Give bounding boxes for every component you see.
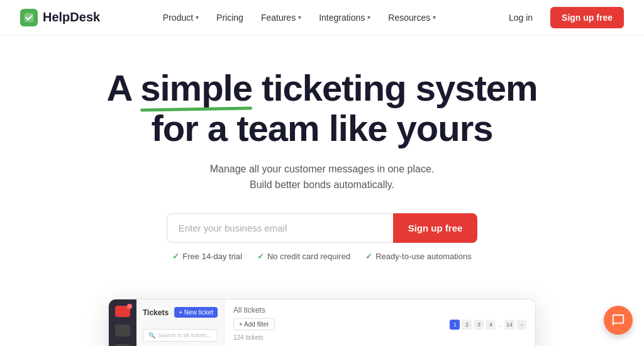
page-14[interactable]: 14 [504, 320, 514, 330]
navbar: HelpDesk Product ▾ Pricing Features ▾ In… [0, 0, 644, 35]
page-2[interactable]: 2 [462, 320, 472, 330]
nav-links: Product ▾ Pricing Features ▾ Integration… [155, 9, 443, 26]
preview-nav-title: Tickets [143, 308, 169, 317]
check-icon: ✓ [257, 252, 264, 261]
preview-window: Tickets + New ticket 🔍 Search in all tic… [108, 299, 536, 346]
page-ellipsis: ... [497, 321, 502, 328]
brand-name: HelpDesk [43, 10, 100, 25]
page-4[interactable]: 4 [486, 320, 496, 330]
login-button[interactable]: Log in [499, 8, 543, 28]
hero-subtext: Manage all your customer messages in one… [20, 161, 624, 193]
chevron-down-icon: ▾ [433, 14, 436, 21]
preview-search-bar[interactable]: 🔍 Search in all tickets... [143, 329, 218, 342]
preview-nav-panel: Tickets + New ticket 🔍 Search in all tic… [136, 299, 225, 346]
logo-link[interactable]: HelpDesk [20, 9, 100, 26]
email-input[interactable] [167, 213, 393, 243]
nav-resources[interactable]: Resources ▾ [380, 9, 443, 26]
sidebar-tickets-icon [115, 306, 130, 318]
notification-dot [127, 304, 132, 309]
chevron-down-icon: ▾ [367, 14, 370, 21]
check-icon: ✓ [365, 252, 372, 261]
chevron-down-icon: ▾ [196, 14, 199, 21]
sidebar-icon-2 [115, 325, 130, 337]
page-3[interactable]: 3 [474, 320, 484, 330]
page-1[interactable]: 1 [450, 320, 460, 330]
headline-underline-word: simple [140, 68, 252, 108]
nav-integrations[interactable]: Integrations ▾ [311, 9, 378, 26]
preview-sidebar [109, 299, 136, 346]
preview-main-title: All tickets [233, 306, 526, 315]
signup-button[interactable]: Sign up free [550, 7, 624, 28]
nav-features[interactable]: Features ▾ [253, 9, 309, 26]
app-preview: Tickets + New ticket 🔍 Search in all tic… [0, 299, 644, 346]
chat-bubble-button[interactable] [604, 306, 633, 335]
preview-inner: Tickets + New ticket 🔍 Search in all tic… [109, 299, 535, 346]
badge-trial: ✓ Free 14-day trial [172, 252, 242, 261]
badge-no-cc: ✓ No credit card required [257, 252, 350, 261]
new-ticket-button[interactable]: + New ticket [174, 307, 218, 318]
nav-product[interactable]: Product ▾ [155, 9, 206, 26]
check-icon: ✓ [172, 252, 179, 261]
nav-pricing[interactable]: Pricing [209, 9, 251, 26]
ticket-count: 124 tickets [233, 334, 526, 341]
chevron-down-icon: ▾ [298, 14, 301, 21]
badge-automations: ✓ Ready-to-use automations [365, 252, 471, 261]
nav-actions: Log in Sign up free [499, 7, 624, 28]
hero-section: A simple ticketing system for a team lik… [0, 35, 644, 281]
signup-cta-button[interactable]: Sign up free [393, 213, 478, 243]
email-form: Sign up free [20, 213, 624, 243]
add-filter-button[interactable]: + Add filter [233, 318, 275, 330]
logo-icon [20, 9, 38, 26]
next-page-button[interactable]: → [516, 320, 526, 330]
feature-badges: ✓ Free 14-day trial ✓ No credit card req… [20, 252, 624, 261]
preview-main: All tickets + Add filter 1 2 3 4 ... 14 … [225, 299, 535, 346]
pagination: 1 2 3 4 ... 14 → [450, 320, 526, 330]
hero-headline: A simple ticketing system for a team lik… [102, 68, 542, 148]
search-icon: 🔍 [148, 332, 155, 338]
